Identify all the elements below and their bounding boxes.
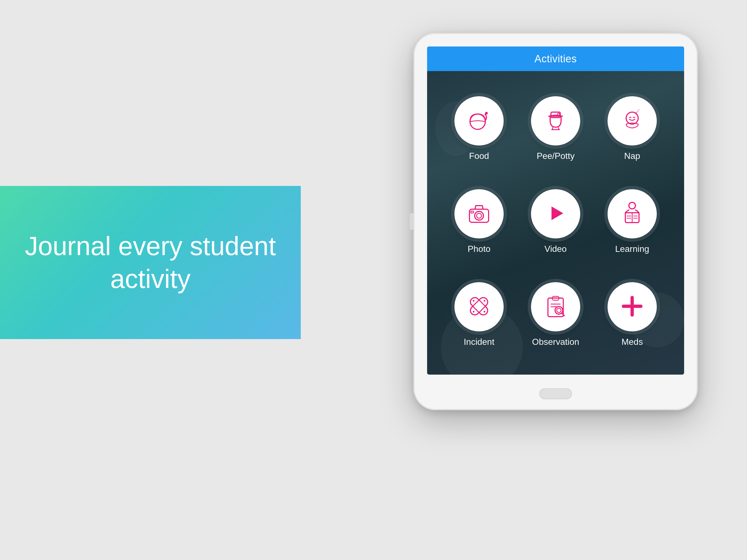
svg-marker-13	[551, 206, 563, 220]
svg-point-10	[475, 211, 483, 220]
activity-item-nap[interactable]: z z z Nap	[597, 85, 668, 172]
activity-item-learning[interactable]: Learning	[597, 178, 668, 265]
svg-point-26	[483, 310, 486, 312]
activity-circle-food	[455, 96, 504, 146]
app-title: Activities	[535, 53, 577, 65]
camera-icon	[465, 200, 493, 228]
svg-text:z: z	[639, 108, 640, 111]
play-icon	[542, 200, 569, 228]
app-header: Activities	[427, 47, 684, 71]
activity-item-pee-potty[interactable]: Pee/Potty	[520, 85, 591, 172]
video-label: Video	[544, 244, 567, 254]
learning-label: Learning	[615, 244, 649, 254]
pee-potty-label: Pee/Potty	[537, 151, 575, 161]
activity-item-photo[interactable]: Photo	[443, 178, 515, 265]
svg-point-4	[558, 113, 560, 116]
activity-item-observation[interactable]: Observation	[520, 271, 591, 358]
activity-item-incident[interactable]: Incident	[443, 271, 515, 358]
nap-icon: z z z	[618, 107, 646, 135]
activity-circle-nap: z z z	[608, 96, 657, 146]
food-label: Food	[469, 151, 489, 161]
nap-label: Nap	[624, 151, 640, 161]
activity-circle-video	[531, 189, 580, 238]
photo-label: Photo	[468, 244, 491, 254]
activity-circle-meds	[608, 282, 657, 331]
tablet-home-button[interactable]	[539, 388, 572, 399]
activity-item-video[interactable]: Video	[520, 178, 591, 265]
toilet-icon	[542, 107, 569, 135]
learning-icon	[618, 200, 646, 228]
tablet-device: Activities	[413, 33, 698, 410]
incident-label: Incident	[464, 337, 494, 347]
svg-point-28	[472, 310, 475, 312]
food-icon	[465, 107, 493, 135]
svg-point-27	[483, 299, 486, 302]
activity-item-food[interactable]: Food	[443, 85, 515, 172]
svg-point-1	[485, 112, 488, 114]
observation-icon	[542, 292, 569, 321]
tablet-screen: Activities	[427, 47, 684, 375]
activities-grid: Food	[427, 74, 684, 375]
bandage-icon	[465, 292, 493, 321]
svg-rect-12	[471, 211, 473, 213]
banner-text: Journal every student activity	[0, 230, 301, 295]
meds-icon	[618, 292, 646, 321]
svg-point-11	[476, 213, 482, 218]
activity-circle-observation	[531, 282, 580, 331]
svg-point-25	[472, 299, 475, 302]
svg-point-14	[629, 202, 636, 209]
activity-circle-pee-potty	[531, 96, 580, 146]
observation-label: Observation	[532, 337, 579, 347]
activity-circle-learning	[608, 189, 657, 238]
activity-circle-photo	[455, 189, 504, 238]
activity-circle-incident	[455, 282, 504, 331]
svg-rect-23	[473, 300, 485, 312]
activity-item-meds[interactable]: Meds	[597, 271, 668, 358]
tablet-frame: Activities	[413, 33, 698, 410]
tablet-side-button	[410, 213, 413, 230]
left-banner: Journal every student activity	[0, 186, 301, 339]
meds-label: Meds	[621, 337, 643, 347]
